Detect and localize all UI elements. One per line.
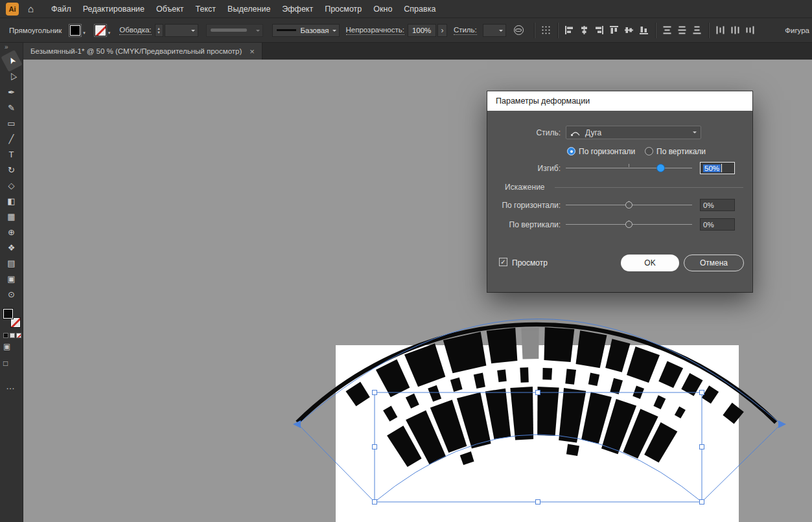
dialog-title[interactable]: Параметры деформации [487, 91, 752, 111]
radio-horizontal[interactable] [567, 147, 575, 155]
align-center-h-icon[interactable] [577, 23, 592, 38]
stroke-chevron-icon[interactable]: ▾ [108, 30, 111, 36]
bend-slider[interactable] [566, 163, 692, 174]
distribute-right-icon[interactable] [743, 23, 758, 38]
selection-handle[interactable] [700, 445, 704, 449]
distort-vertical-handle[interactable] [625, 221, 632, 228]
selection-handle[interactable] [700, 391, 704, 395]
paint-mode-group [3, 333, 23, 338]
gradient-tool[interactable]: ◧ [3, 193, 20, 209]
radio-vertical[interactable] [645, 147, 653, 155]
radio-horizontal-label[interactable]: По горизонтали [579, 147, 635, 156]
shape-builder-tool[interactable]: ⊕ [3, 224, 20, 240]
distort-vertical-slider[interactable] [566, 219, 692, 230]
pen-tool[interactable]: ✒ [3, 84, 20, 100]
align-right-icon[interactable] [592, 23, 607, 38]
stroke-weight-dropdown[interactable] [165, 24, 198, 37]
graph-tool[interactable]: ▤ [3, 255, 20, 271]
preview-checkbox[interactable]: ✓ [499, 258, 507, 266]
distribute-middle-v-icon[interactable] [675, 23, 690, 38]
menu-item-текст[interactable]: Текст [190, 0, 222, 18]
distribute-center-h-icon[interactable] [728, 23, 743, 38]
artboard-tool[interactable]: ▣ [3, 271, 20, 286]
warp-style-dropdown[interactable]: Дуга [566, 126, 701, 139]
cancel-button[interactable]: Отмена [684, 255, 744, 271]
shaper-tool[interactable]: ◇ [3, 177, 20, 193]
menu-item-просмотр[interactable]: Просмотр [319, 0, 367, 18]
slider-track[interactable] [566, 168, 692, 168]
color-mode-icon[interactable] [3, 333, 8, 338]
fill-color-swatch[interactable] [69, 25, 81, 36]
chevron-down-icon [499, 30, 503, 34]
menu-item-объект[interactable]: Объект [150, 0, 190, 18]
warp-anchor[interactable] [778, 420, 786, 428]
distribute-bottom-icon[interactable] [690, 23, 704, 38]
menu-item-справка[interactable]: Справка [398, 0, 441, 18]
opacity-value-field[interactable]: 100% [408, 24, 436, 37]
selection-handle[interactable] [700, 500, 704, 505]
tool-list: ➤▷✒✎▭╱Т↻◇◧▦⊕❖▤▣⊙ [0, 53, 23, 302]
selection-handle[interactable] [536, 500, 540, 505]
distribute-top-icon[interactable] [660, 23, 675, 38]
zoom-tool[interactable]: ⊙ [3, 286, 20, 302]
curvature-tool[interactable]: ✎ [3, 100, 20, 115]
distort-horizontal-field[interactable]: 0% [700, 199, 735, 211]
width-profile-dropdown[interactable] [206, 24, 263, 37]
opacity-menu-arrow[interactable]: › [437, 24, 447, 37]
distort-horizontal-handle[interactable] [625, 201, 632, 209]
chevron-down-icon [256, 30, 260, 34]
distribute-left-icon[interactable] [713, 23, 728, 38]
graphic-style-label[interactable]: Стиль: [454, 26, 477, 35]
none-mode-icon[interactable] [16, 333, 21, 338]
width-profile-preview [211, 28, 247, 32]
bend-slider-handle[interactable] [656, 164, 665, 172]
edit-toolbar-icon[interactable]: … [6, 381, 23, 391]
selection-handle[interactable] [373, 445, 377, 449]
preview-label[interactable]: Просмотр [512, 258, 548, 267]
draw-mode-icon[interactable]: ▣ [3, 342, 20, 355]
distort-horizontal-slider[interactable] [566, 199, 692, 210]
align-left-icon[interactable] [562, 23, 577, 38]
align-middle-v-icon[interactable] [621, 23, 636, 38]
align-bottom-icon[interactable] [636, 23, 651, 38]
home-icon[interactable]: ⌂ [28, 4, 34, 14]
graphic-style-dropdown[interactable] [483, 24, 506, 37]
stroke-weight-stepper[interactable]: ▲▼ [155, 24, 163, 37]
fill-chevron-icon[interactable]: ▾ [83, 30, 86, 36]
recolor-artwork-icon[interactable] [514, 25, 524, 35]
bend-value-field[interactable]: 50% [700, 162, 735, 174]
stroke-color-swatch[interactable] [95, 25, 106, 36]
menu-item-окно[interactable]: Окно [367, 0, 398, 18]
document-tab[interactable]: Безымянный-1* @ 50 % (CMYK/Предварительн… [23, 43, 262, 60]
stepper-down-icon[interactable]: ▼ [157, 30, 160, 34]
screen-mode-icon[interactable]: □ [3, 359, 20, 372]
rotate-tool[interactable]: ↻ [3, 162, 20, 177]
ok-button[interactable]: OK [621, 255, 679, 271]
menu-item-файл[interactable]: Файл [45, 0, 77, 18]
radio-vertical-label[interactable]: По вертикали [656, 147, 706, 156]
illustrator-logo-icon[interactable]: Ai [6, 3, 19, 16]
tab-close-icon[interactable]: × [249, 47, 255, 56]
selection-handle[interactable] [373, 500, 377, 505]
distort-horizontal-label: По горизонтали: [487, 201, 561, 210]
align-top-icon[interactable] [607, 23, 621, 38]
snap-grid-icon[interactable] [539, 23, 553, 38]
brush-definition-dropdown[interactable]: Базовая [272, 24, 340, 37]
fill-indicator[interactable] [3, 308, 14, 319]
distort-vertical-field[interactable]: 0% [700, 218, 735, 231]
fill-stroke-widget[interactable] [3, 308, 21, 328]
text-caret [721, 164, 722, 172]
mesh-tool[interactable]: ▦ [3, 209, 20, 224]
menu-item-редактирование[interactable]: Редактирование [77, 0, 150, 18]
line-segment-tool[interactable]: ╱ [3, 131, 20, 146]
rectangle-tool[interactable]: ▭ [3, 115, 20, 131]
opacity-label[interactable]: Непрозрачность: [346, 26, 404, 35]
type-tool[interactable]: Т [3, 146, 20, 162]
selection-handle[interactable] [373, 391, 377, 395]
stroke-weight-label[interactable]: Обводка: [119, 26, 151, 35]
menu-item-эффект[interactable]: Эффект [276, 0, 319, 18]
symbol-sprayer-tool[interactable]: ❖ [3, 240, 20, 255]
menu-item-выделение[interactable]: Выделение [222, 0, 276, 18]
selection-handle[interactable] [536, 391, 540, 395]
gradient-mode-icon[interactable] [10, 333, 15, 338]
